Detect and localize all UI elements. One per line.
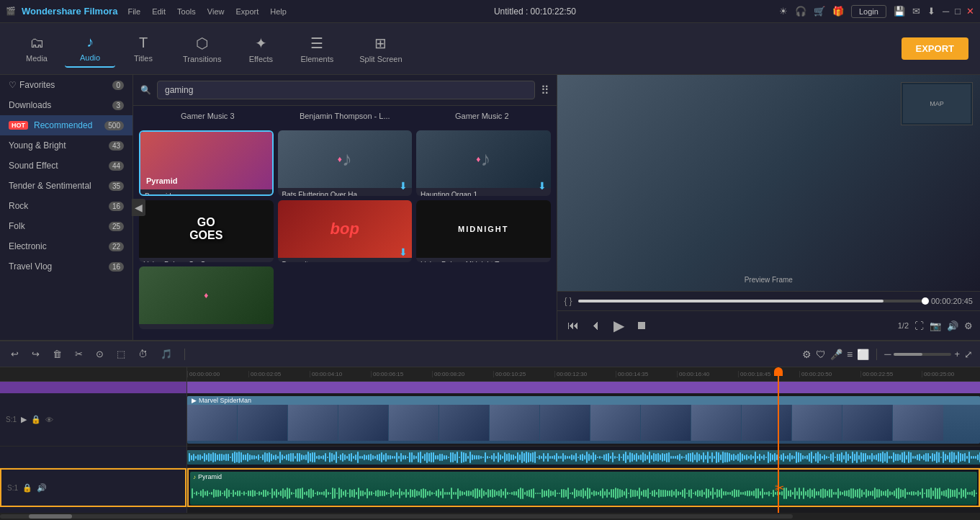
toolbar-audio[interactable]: ♪ Audio — [65, 30, 115, 68]
expand-icon[interactable]: ⤢ — [964, 349, 973, 360]
music-card-midnight[interactable]: MIDNIGHT Living Pulse - Midnight T... — [416, 200, 551, 263]
sidebar-item-folk[interactable]: Folk 25 — [0, 216, 132, 236]
toolbar-effects[interactable]: ✦ Effects — [235, 30, 286, 68]
mic-icon[interactable]: 🎤 — [830, 349, 842, 360]
cut-button[interactable]: ✂ — [71, 347, 86, 361]
list-icon[interactable]: ≡ — [847, 349, 853, 360]
grid-view-icon[interactable]: ⠿ — [541, 84, 549, 97]
delete-button[interactable]: 🗑 — [49, 347, 66, 361]
dynamite-dl-icon: ⬇ — [399, 246, 408, 258]
recommended-count: 500 — [104, 121, 124, 130]
music-card-bats[interactable]: ♦ ♪ ⬇ Bats Fluttering Over Ha... — [278, 130, 413, 196]
more1-label — [139, 324, 274, 329]
purple-overlay-bar — [187, 382, 980, 393]
menu-edit[interactable]: Edit — [148, 6, 170, 17]
video-track-icon: ▶ — [21, 415, 27, 424]
toolbar-split-screen[interactable]: ⊞ Split Screen — [348, 30, 413, 68]
camera-icon[interactable]: 📷 — [930, 320, 941, 331]
music-card-more1[interactable]: ♦ — [139, 266, 274, 329]
volume-icon[interactable]: 🔊 — [947, 320, 958, 331]
playhead-handle[interactable] — [774, 367, 783, 376]
crop-button[interactable]: ⬚ — [113, 347, 129, 361]
sidebar-item-favorites[interactable]: ♡ Favorites 0 — [0, 75, 132, 95]
video-thumb-6 — [439, 405, 490, 441]
toolbar-separator-2 — [876, 349, 877, 360]
sidebar-item-tender[interactable]: Tender & Sentimental 35 — [0, 176, 132, 196]
menu-tools[interactable]: Tools — [173, 6, 200, 17]
fullscreen-icon[interactable]: ⛶ — [914, 320, 924, 331]
play-button[interactable]: ▶ — [611, 315, 627, 336]
skip-to-start-button[interactable]: ⏮ — [565, 318, 582, 333]
headphone-icon[interactable]: 🎧 — [795, 6, 806, 17]
timeline-scrollbar[interactable] — [0, 513, 980, 520]
toolbar-titles[interactable]: T Titles — [118, 30, 168, 67]
ruler-mark-6: 00:00:12:30 — [554, 371, 616, 377]
ruler-mark-8: 00:00:16:40 — [677, 371, 738, 377]
music-card-gogoes[interactable]: GO GOES Living Pulse - Go Goes — [139, 200, 274, 263]
cart-icon[interactable]: 🛒 — [814, 6, 825, 17]
zoom-slider[interactable] — [894, 353, 951, 356]
export-button[interactable]: EXPORT — [902, 37, 968, 60]
stop-button[interactable]: ⏹ — [633, 318, 650, 333]
audio-volume-icon[interactable]: 🔊 — [37, 483, 47, 493]
effects-icon: ✦ — [255, 35, 267, 52]
audio-label: Audio — [80, 53, 100, 62]
gift-icon[interactable]: 🎁 — [832, 6, 844, 17]
minimize-button[interactable]: ─ — [943, 6, 949, 17]
speed-button[interactable]: ⏱ — [135, 347, 151, 361]
undo-button[interactable]: ↩ — [7, 347, 22, 361]
sidebar-item-electronic[interactable]: Electronic 22 — [0, 236, 132, 256]
video-lock-icon[interactable]: 🔒 — [31, 415, 41, 424]
zoom-in-icon[interactable]: + — [954, 349, 960, 359]
timeline-tracks-area: 00:00:00:00 00:00:02:05 00:00:04:10 00:0… — [187, 367, 980, 513]
settings-icon[interactable]: ⚙ — [964, 320, 973, 331]
menu-file[interactable]: File — [123, 6, 145, 17]
toolbar-elements[interactable]: ☰ Elements — [289, 30, 345, 68]
zoom-control: ─ + — [884, 349, 960, 359]
step-back-button[interactable]: ⏴ — [588, 318, 605, 333]
sidebar-item-recommended[interactable]: HOT Recommended 500 — [0, 115, 132, 135]
menu-view[interactable]: View — [203, 6, 229, 17]
search-input[interactable] — [157, 81, 535, 99]
copy-button[interactable]: ⊙ — [92, 347, 107, 361]
sun-icon[interactable]: ☀ — [779, 6, 788, 17]
login-button[interactable]: Login — [851, 5, 886, 18]
mail-icon[interactable]: ✉ — [912, 6, 920, 17]
video-eye-icon[interactable]: 👁 — [45, 416, 53, 424]
sidebar-collapse-button[interactable]: ◀ — [132, 199, 145, 216]
sidebar-item-travel-vlog[interactable]: Travel Vlog 16 — [0, 256, 132, 277]
toolbar-transitions[interactable]: ⬡ Transitions — [171, 30, 233, 68]
menu-export[interactable]: Export — [231, 6, 263, 17]
search-icon: 🔍 — [140, 85, 151, 95]
close-button[interactable]: ✕ — [966, 6, 974, 17]
video-clip[interactable]: ▶ Marvel SpiderMan — [187, 396, 980, 444]
young-bright-count: 43 — [109, 141, 124, 151]
sidebar-item-young-bright[interactable]: Young & Bright 43 — [0, 135, 132, 156]
heart-icon: ♡ — [9, 80, 17, 90]
audio-clip-icon: ♪ — [193, 474, 196, 480]
shield-icon[interactable]: 🛡 — [816, 349, 826, 360]
audio-lock-icon[interactable]: 🔒 — [22, 483, 32, 493]
redo-button[interactable]: ↪ — [28, 347, 43, 361]
toolbar-media[interactable]: 🗂 Media — [12, 30, 62, 67]
save-icon[interactable]: 💾 — [894, 6, 905, 17]
music-card-dynamite[interactable]: bop ⬇ Dynamite — [278, 200, 413, 263]
music-card-pyramid[interactable]: Pyramid Pyramid — [139, 130, 274, 196]
audio-button[interactable]: 🎵 — [157, 347, 176, 361]
gear-icon[interactable]: ⚙ — [802, 349, 812, 360]
sidebar-item-rock[interactable]: Rock 16 — [0, 196, 132, 216]
audio-selected-track[interactable]: ♪ Pyramid ✂ — [187, 468, 980, 507]
maximize-button[interactable]: □ — [955, 6, 961, 17]
video-progress-bar[interactable] — [578, 300, 925, 302]
video-clip-title: Marvel SpiderMan — [199, 397, 251, 404]
scrollbar-thumb[interactable] — [29, 514, 72, 519]
music-card-haunting[interactable]: ♦ ♪ ⬇ Haunting Organ 1 — [416, 130, 551, 196]
sidebar-item-downloads[interactable]: Downloads 3 — [0, 95, 132, 115]
zoom-out-icon[interactable]: ─ — [884, 349, 891, 359]
menu-help[interactable]: Help — [266, 6, 291, 17]
download-icon[interactable]: ⬇ — [927, 6, 935, 17]
favorites-count: 0 — [112, 81, 124, 90]
sidebar-item-sound-effect[interactable]: Sound Effect 44 — [0, 156, 132, 176]
preview-progress-bar: { } 00:00:20:45 — [557, 291, 981, 310]
overlay-icon[interactable]: ⬜ — [857, 349, 869, 360]
